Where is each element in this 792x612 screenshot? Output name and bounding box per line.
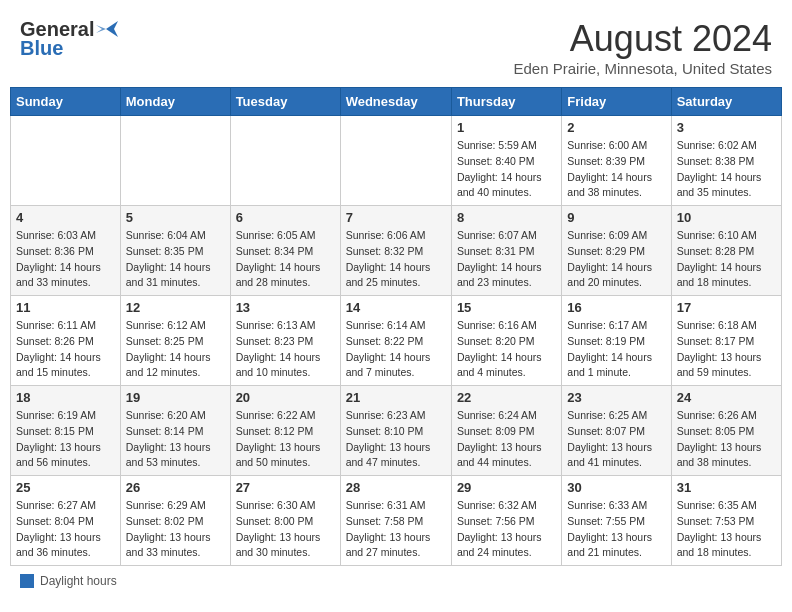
- day-cell: 22Sunrise: 6:24 AM Sunset: 8:09 PM Dayli…: [451, 386, 561, 476]
- day-number: 26: [126, 480, 225, 495]
- logo-bird-icon: [96, 21, 118, 37]
- day-number: 13: [236, 300, 335, 315]
- title-area: August 2024 Eden Prairie, Minnesota, Uni…: [514, 18, 772, 77]
- day-cell: 27Sunrise: 6:30 AM Sunset: 8:00 PM Dayli…: [230, 476, 340, 566]
- day-cell: [230, 116, 340, 206]
- day-number: 19: [126, 390, 225, 405]
- day-number: 4: [16, 210, 115, 225]
- day-number: 15: [457, 300, 556, 315]
- day-number: 7: [346, 210, 446, 225]
- day-cell: 31Sunrise: 6:35 AM Sunset: 7:53 PM Dayli…: [671, 476, 781, 566]
- day-cell: 5Sunrise: 6:04 AM Sunset: 8:35 PM Daylig…: [120, 206, 230, 296]
- day-info: Sunrise: 6:35 AM Sunset: 7:53 PM Dayligh…: [677, 498, 776, 561]
- day-info: Sunrise: 6:12 AM Sunset: 8:25 PM Dayligh…: [126, 318, 225, 381]
- day-number: 21: [346, 390, 446, 405]
- day-info: Sunrise: 5:59 AM Sunset: 8:40 PM Dayligh…: [457, 138, 556, 201]
- day-info: Sunrise: 6:00 AM Sunset: 8:39 PM Dayligh…: [567, 138, 665, 201]
- day-info: Sunrise: 6:19 AM Sunset: 8:15 PM Dayligh…: [16, 408, 115, 471]
- day-info: Sunrise: 6:30 AM Sunset: 8:00 PM Dayligh…: [236, 498, 335, 561]
- day-info: Sunrise: 6:32 AM Sunset: 7:56 PM Dayligh…: [457, 498, 556, 561]
- col-saturday: Saturday: [671, 88, 781, 116]
- day-info: Sunrise: 6:29 AM Sunset: 8:02 PM Dayligh…: [126, 498, 225, 561]
- day-info: Sunrise: 6:13 AM Sunset: 8:23 PM Dayligh…: [236, 318, 335, 381]
- day-info: Sunrise: 6:11 AM Sunset: 8:26 PM Dayligh…: [16, 318, 115, 381]
- day-number: 12: [126, 300, 225, 315]
- day-cell: 13Sunrise: 6:13 AM Sunset: 8:23 PM Dayli…: [230, 296, 340, 386]
- day-cell: 18Sunrise: 6:19 AM Sunset: 8:15 PM Dayli…: [11, 386, 121, 476]
- day-number: 27: [236, 480, 335, 495]
- day-info: Sunrise: 6:16 AM Sunset: 8:20 PM Dayligh…: [457, 318, 556, 381]
- svg-marker-1: [96, 25, 106, 33]
- day-info: Sunrise: 6:18 AM Sunset: 8:17 PM Dayligh…: [677, 318, 776, 381]
- logo-blue-text: Blue: [20, 37, 63, 60]
- day-number: 17: [677, 300, 776, 315]
- col-wednesday: Wednesday: [340, 88, 451, 116]
- day-cell: 4Sunrise: 6:03 AM Sunset: 8:36 PM Daylig…: [11, 206, 121, 296]
- day-cell: [11, 116, 121, 206]
- day-info: Sunrise: 6:26 AM Sunset: 8:05 PM Dayligh…: [677, 408, 776, 471]
- day-info: Sunrise: 6:17 AM Sunset: 8:19 PM Dayligh…: [567, 318, 665, 381]
- day-cell: 14Sunrise: 6:14 AM Sunset: 8:22 PM Dayli…: [340, 296, 451, 386]
- day-number: 8: [457, 210, 556, 225]
- day-cell: 30Sunrise: 6:33 AM Sunset: 7:55 PM Dayli…: [562, 476, 671, 566]
- legend-area: Daylight hours: [10, 574, 782, 588]
- day-number: 22: [457, 390, 556, 405]
- day-info: Sunrise: 6:14 AM Sunset: 8:22 PM Dayligh…: [346, 318, 446, 381]
- logo: General Blue: [20, 18, 118, 60]
- day-number: 11: [16, 300, 115, 315]
- day-number: 25: [16, 480, 115, 495]
- header-row: SundayMondayTuesdayWednesdayThursdayFrid…: [11, 88, 782, 116]
- calendar-body: 1Sunrise: 5:59 AM Sunset: 8:40 PM Daylig…: [11, 116, 782, 566]
- day-cell: 2Sunrise: 6:00 AM Sunset: 8:39 PM Daylig…: [562, 116, 671, 206]
- day-info: Sunrise: 6:31 AM Sunset: 7:58 PM Dayligh…: [346, 498, 446, 561]
- day-number: 3: [677, 120, 776, 135]
- day-number: 28: [346, 480, 446, 495]
- week-row-3: 18Sunrise: 6:19 AM Sunset: 8:15 PM Dayli…: [11, 386, 782, 476]
- week-row-1: 4Sunrise: 6:03 AM Sunset: 8:36 PM Daylig…: [11, 206, 782, 296]
- day-info: Sunrise: 6:02 AM Sunset: 8:38 PM Dayligh…: [677, 138, 776, 201]
- subtitle: Eden Prairie, Minnesota, United States: [514, 60, 772, 77]
- svg-marker-0: [106, 21, 118, 37]
- day-number: 31: [677, 480, 776, 495]
- col-thursday: Thursday: [451, 88, 561, 116]
- day-cell: 6Sunrise: 6:05 AM Sunset: 8:34 PM Daylig…: [230, 206, 340, 296]
- legend-color-box: [20, 574, 34, 588]
- day-cell: 8Sunrise: 6:07 AM Sunset: 8:31 PM Daylig…: [451, 206, 561, 296]
- day-number: 20: [236, 390, 335, 405]
- day-cell: [340, 116, 451, 206]
- day-info: Sunrise: 6:06 AM Sunset: 8:32 PM Dayligh…: [346, 228, 446, 291]
- day-info: Sunrise: 6:25 AM Sunset: 8:07 PM Dayligh…: [567, 408, 665, 471]
- week-row-4: 25Sunrise: 6:27 AM Sunset: 8:04 PM Dayli…: [11, 476, 782, 566]
- col-sunday: Sunday: [11, 88, 121, 116]
- calendar-header: SundayMondayTuesdayWednesdayThursdayFrid…: [11, 88, 782, 116]
- day-info: Sunrise: 6:27 AM Sunset: 8:04 PM Dayligh…: [16, 498, 115, 561]
- day-number: 9: [567, 210, 665, 225]
- day-cell: 24Sunrise: 6:26 AM Sunset: 8:05 PM Dayli…: [671, 386, 781, 476]
- day-number: 2: [567, 120, 665, 135]
- day-info: Sunrise: 6:22 AM Sunset: 8:12 PM Dayligh…: [236, 408, 335, 471]
- col-monday: Monday: [120, 88, 230, 116]
- header: General Blue August 2024 Eden Prairie, M…: [10, 10, 782, 81]
- calendar-table: SundayMondayTuesdayWednesdayThursdayFrid…: [10, 87, 782, 566]
- day-cell: 20Sunrise: 6:22 AM Sunset: 8:12 PM Dayli…: [230, 386, 340, 476]
- week-row-2: 11Sunrise: 6:11 AM Sunset: 8:26 PM Dayli…: [11, 296, 782, 386]
- col-friday: Friday: [562, 88, 671, 116]
- day-number: 23: [567, 390, 665, 405]
- day-number: 6: [236, 210, 335, 225]
- day-number: 18: [16, 390, 115, 405]
- day-cell: [120, 116, 230, 206]
- day-number: 24: [677, 390, 776, 405]
- day-cell: 10Sunrise: 6:10 AM Sunset: 8:28 PM Dayli…: [671, 206, 781, 296]
- day-info: Sunrise: 6:05 AM Sunset: 8:34 PM Dayligh…: [236, 228, 335, 291]
- day-cell: 28Sunrise: 6:31 AM Sunset: 7:58 PM Dayli…: [340, 476, 451, 566]
- day-cell: 3Sunrise: 6:02 AM Sunset: 8:38 PM Daylig…: [671, 116, 781, 206]
- day-info: Sunrise: 6:10 AM Sunset: 8:28 PM Dayligh…: [677, 228, 776, 291]
- day-cell: 15Sunrise: 6:16 AM Sunset: 8:20 PM Dayli…: [451, 296, 561, 386]
- day-cell: 21Sunrise: 6:23 AM Sunset: 8:10 PM Dayli…: [340, 386, 451, 476]
- day-cell: 29Sunrise: 6:32 AM Sunset: 7:56 PM Dayli…: [451, 476, 561, 566]
- week-row-0: 1Sunrise: 5:59 AM Sunset: 8:40 PM Daylig…: [11, 116, 782, 206]
- day-cell: 23Sunrise: 6:25 AM Sunset: 8:07 PM Dayli…: [562, 386, 671, 476]
- day-info: Sunrise: 6:33 AM Sunset: 7:55 PM Dayligh…: [567, 498, 665, 561]
- day-info: Sunrise: 6:09 AM Sunset: 8:29 PM Dayligh…: [567, 228, 665, 291]
- day-number: 30: [567, 480, 665, 495]
